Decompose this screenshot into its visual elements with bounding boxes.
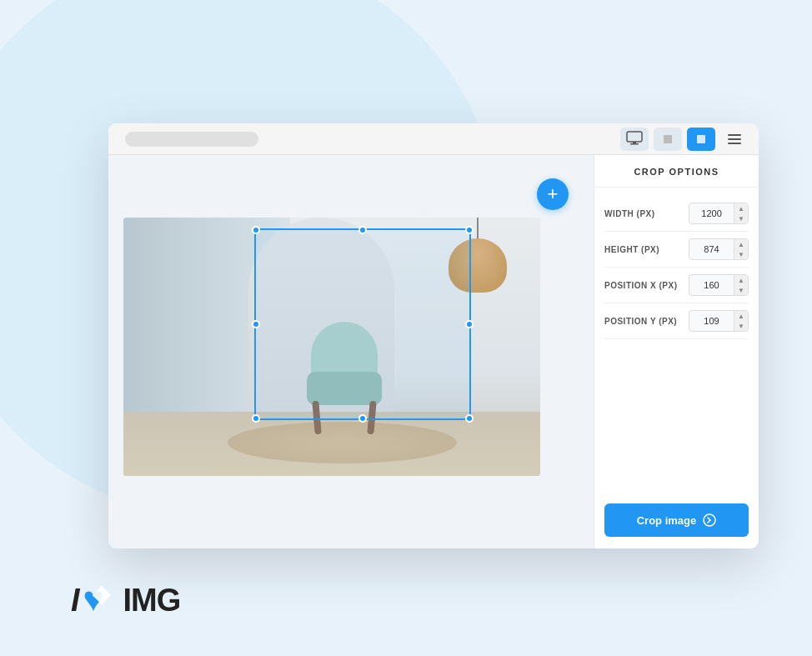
browser-body: +: [108, 155, 759, 548]
canvas-area: +: [108, 155, 594, 548]
position-x-increment[interactable]: ▲: [734, 275, 748, 285]
position-y-label: POSITION Y (PX): [604, 317, 677, 326]
crop-handle-bottom-right[interactable]: [465, 414, 474, 423]
width-stepper[interactable]: ▲ ▼: [734, 203, 748, 223]
position-x-label: POSITION X (PX): [604, 281, 678, 290]
crop-handle-middle-left[interactable]: [252, 320, 260, 328]
browser-bar-right: [620, 128, 749, 151]
svg-rect-0: [627, 132, 642, 142]
logo-img-text: IMG: [123, 583, 181, 618]
position-y-value: 109: [689, 316, 734, 326]
crop-handle-middle-right[interactable]: [465, 320, 474, 328]
svg-rect-2: [630, 143, 639, 145]
width-decrement[interactable]: ▼: [734, 213, 748, 223]
right-panel: CROP OPTIONS WIDTH (PX) 1200 ▲ ▼ HEIG: [594, 155, 759, 548]
height-stepper[interactable]: ▲ ▼: [734, 239, 748, 259]
active-view-button[interactable]: [687, 128, 715, 151]
browser-window: +: [108, 123, 759, 548]
position-x-stepper[interactable]: ▲ ▼: [734, 275, 748, 295]
position-y-decrement[interactable]: ▼: [734, 321, 748, 331]
add-button[interactable]: +: [537, 178, 569, 210]
crop-button-wrapper: Crop image: [594, 492, 759, 548]
width-increment[interactable]: ▲: [734, 203, 748, 213]
width-value: 1200: [689, 208, 734, 218]
crop-button-label: Crop image: [637, 514, 697, 527]
crop-handle-bottom-center[interactable]: [358, 414, 367, 423]
logo-area: I ♥ IMG: [71, 582, 180, 618]
position-y-stepper[interactable]: ▲ ▼: [734, 311, 748, 331]
position-y-input[interactable]: 109 ▲ ▼: [689, 310, 749, 332]
monitor-view-button[interactable]: [620, 128, 649, 151]
view-mode-button[interactable]: [654, 128, 682, 151]
position-x-decrement[interactable]: ▼: [734, 285, 748, 295]
height-decrement[interactable]: ▼: [734, 249, 748, 259]
crop-handle-top-right[interactable]: [465, 226, 474, 234]
browser-bar: [108, 123, 759, 155]
circle-arrow-icon: [703, 513, 716, 527]
position-y-option-row: POSITION Y (PX) 109 ▲ ▼: [604, 303, 749, 339]
position-x-input[interactable]: 160 ▲ ▼: [689, 274, 749, 296]
crop-handle-bottom-left[interactable]: [252, 414, 260, 423]
width-option-row: WIDTH (PX) 1200 ▲ ▼: [604, 196, 749, 232]
position-x-value: 160: [689, 280, 734, 290]
width-input[interactable]: 1200 ▲ ▼: [689, 203, 749, 224]
height-label: HEIGHT (PX): [604, 245, 659, 254]
menu-button[interactable]: [720, 128, 749, 151]
svg-rect-1: [633, 142, 636, 143]
view-mode-icon: [664, 135, 672, 143]
height-increment[interactable]: ▲: [734, 239, 748, 249]
hamburger-icon: [724, 131, 744, 148]
width-label: WIDTH (PX): [604, 209, 655, 218]
lamp-cord: [477, 218, 479, 238]
crop-options-body: WIDTH (PX) 1200 ▲ ▼ HEIGHT (PX) 874: [594, 188, 759, 348]
height-option-row: HEIGHT (PX) 874 ▲ ▼: [604, 232, 749, 268]
height-input[interactable]: 874 ▲ ▼: [689, 238, 749, 260]
panel-title: CROP OPTIONS: [594, 155, 759, 188]
position-x-option-row: POSITION X (PX) 160 ▲ ▼: [604, 268, 749, 303]
monitor-icon: [626, 131, 643, 148]
active-view-icon: [697, 135, 705, 143]
position-y-increment[interactable]: ▲: [734, 311, 748, 321]
address-bar: [125, 132, 258, 147]
crop-handle-top-center[interactable]: [358, 226, 367, 234]
height-value: 874: [689, 244, 734, 254]
logo-i-text: I: [71, 583, 80, 618]
logo-heart: ♥: [83, 582, 120, 618]
crop-selection[interactable]: [254, 228, 471, 420]
crop-handle-top-left[interactable]: [252, 226, 260, 234]
crop-image-button[interactable]: Crop image: [604, 503, 749, 537]
